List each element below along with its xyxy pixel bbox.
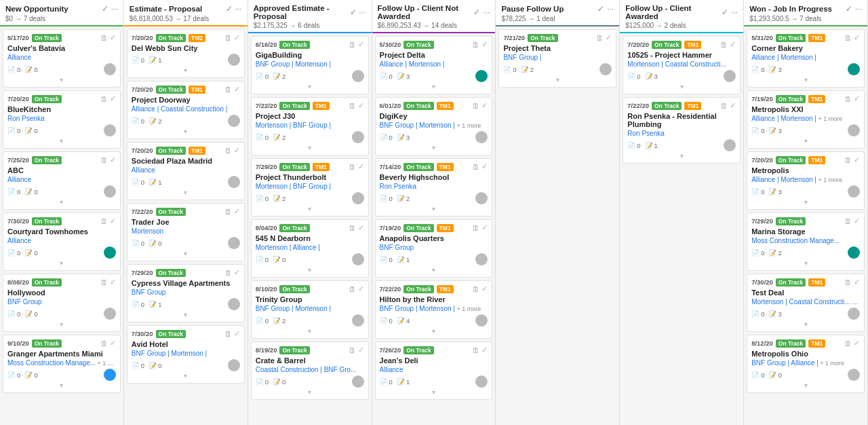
calendar-icon[interactable]: 🗓 (844, 34, 852, 42)
card-expand[interactable]: ▾ (751, 198, 860, 206)
checkbox-icon[interactable]: ✓ (358, 284, 364, 293)
card-expand[interactable]: ▾ (256, 143, 364, 151)
card-companies[interactable]: Alliance | Mortenson | + 1 more (751, 115, 860, 122)
calendar-icon[interactable]: 🗓 (349, 102, 356, 110)
card-expand[interactable]: ▾ (256, 327, 364, 335)
card[interactable]: 6/16/20On Track🗓✓GigaBuildingBNF Group |… (251, 36, 369, 94)
card-expand[interactable]: ▾ (7, 198, 116, 206)
checkbox-icon[interactable]: ✓ (854, 94, 860, 103)
card-companies[interactable]: Alliance (7, 54, 116, 61)
card[interactable]: 7/21/20On Track🗓✓Project ThetaBNF Group … (498, 29, 616, 88)
card-companies[interactable]: Alliance (7, 237, 116, 244)
column-more-icon[interactable]: ··· (235, 4, 242, 14)
checkbox-icon[interactable]: ✓ (854, 155, 860, 164)
card-expand[interactable]: ▾ (132, 310, 240, 318)
card-companies[interactable]: Mortenson | BNF Group | (256, 183, 364, 190)
column-check-icon[interactable]: ✓ (722, 7, 728, 17)
card-companies[interactable]: Alliance | Coastal Construction | (132, 105, 240, 113)
calendar-icon[interactable]: 🗓 (596, 34, 604, 42)
card[interactable]: 5/17/20On Track🗓✓Culver's BataviaAllianc… (3, 29, 121, 88)
checkbox-icon[interactable]: ✓ (234, 33, 240, 42)
calendar-icon[interactable]: 🗓 (224, 330, 232, 338)
card[interactable]: 7/29/20On TrackTM1🗓✓Project ThunderboltM… (251, 158, 369, 217)
card-companies[interactable]: Moss Construction Manage... + 1 more (7, 359, 116, 367)
checkbox-icon[interactable]: ✓ (358, 346, 364, 354)
card-companies[interactable]: BNF Group | Mortenson | + 1 more (380, 122, 488, 129)
card-companies[interactable]: Mortenson | Alliance | (256, 244, 364, 251)
column-more-icon[interactable]: ··· (855, 4, 862, 14)
checkbox-icon[interactable]: ✓ (110, 33, 116, 42)
checkbox-icon[interactable]: ✓ (358, 101, 364, 110)
checkbox-icon[interactable]: ✓ (234, 85, 240, 94)
card-companies[interactable]: BNF Group (380, 244, 488, 251)
card-expand[interactable]: ▾ (751, 75, 860, 84)
card-companies-more[interactable]: + 1 more (455, 306, 481, 312)
card-expand[interactable]: ▾ (751, 136, 860, 145)
card-expand[interactable]: ▾ (627, 82, 736, 90)
calendar-icon[interactable]: 🗓 (720, 102, 728, 110)
card-companies[interactable]: BNF Group | Mortenson | (256, 305, 364, 312)
card[interactable]: 5/30/20On Track🗓✓Project DeltaAlliance |… (375, 36, 493, 94)
card-expand[interactable]: ▾ (380, 327, 488, 335)
card-expand[interactable]: ▾ (256, 265, 364, 274)
card-expand[interactable]: ▾ (7, 136, 116, 145)
card-companies-more[interactable]: + 1 more (455, 122, 481, 129)
column-check-icon[interactable]: ✓ (350, 7, 357, 17)
calendar-icon[interactable]: 🗓 (349, 346, 356, 354)
checkbox-icon[interactable]: ✓ (481, 346, 488, 354)
card[interactable]: 7/20/20On TrackTM2🗓✓Del Webb Sun City📄 0… (127, 29, 245, 78)
checkbox-icon[interactable]: ✓ (481, 162, 488, 171)
calendar-icon[interactable]: 🗓 (224, 34, 232, 42)
card-companies[interactable]: Mortenson | BNF Group | (256, 122, 364, 129)
card-expand[interactable]: ▾ (132, 66, 240, 74)
card-companies[interactable]: Ron Psenka (627, 130, 736, 137)
card-companies[interactable]: BNF Group (7, 298, 116, 306)
calendar-icon[interactable]: 🗓 (224, 208, 232, 216)
card-expand[interactable]: ▾ (132, 127, 240, 135)
card-companies[interactable]: Alliance | Mortenson | + 1 more (751, 176, 860, 183)
card[interactable]: 7/14/20On TrackTM1🗓✓Beverly HighschoolRo… (375, 158, 493, 217)
card-companies[interactable]: Ron Psenka (7, 115, 116, 122)
checkbox-icon[interactable]: ✓ (110, 278, 116, 287)
calendar-icon[interactable]: 🗓 (472, 41, 479, 49)
card-expand[interactable]: ▾ (751, 320, 860, 328)
card-companies[interactable]: Alliance | Mortenson | (380, 60, 488, 68)
card[interactable]: 8/04/20On Track🗓✓545 N DearbornMortenson… (251, 219, 369, 278)
checkbox-icon[interactable]: ✓ (854, 339, 860, 348)
card-expand[interactable]: ▾ (380, 82, 488, 90)
checkbox-icon[interactable]: ✓ (110, 339, 116, 348)
card-companies[interactable]: Ron Psenka (380, 183, 488, 190)
checkbox-icon[interactable]: ✓ (110, 94, 116, 103)
card-companies[interactable]: Mortenson | Coastal Constructi... + 1 mo… (751, 298, 860, 306)
calendar-icon[interactable]: 🗓 (844, 156, 852, 164)
checkbox-icon[interactable]: ✓ (234, 207, 240, 216)
calendar-icon[interactable]: 🗓 (224, 147, 232, 155)
card[interactable]: 8/08/20On Track🗓✓HollywoodBNF Group📄 0📝 … (3, 274, 121, 332)
card-companies[interactable]: Alliance | Mortenson | (751, 54, 860, 61)
card[interactable]: 7/25/20On Track🗓✓ABCAlliance📄 0📝 0▾ (3, 151, 121, 210)
calendar-icon[interactable]: 🗓 (224, 86, 232, 94)
calendar-icon[interactable]: 🗓 (472, 102, 479, 110)
calendar-icon[interactable]: 🗓 (844, 278, 852, 287)
calendar-icon[interactable]: 🗓 (472, 163, 479, 171)
card-companies[interactable]: Alliance (7, 176, 116, 183)
checkbox-icon[interactable]: ✓ (854, 217, 860, 225)
column-more-icon[interactable]: ··· (359, 7, 366, 17)
column-check-icon[interactable]: ✓ (473, 7, 480, 17)
card-expand[interactable]: ▾ (256, 82, 364, 90)
checkbox-icon[interactable]: ✓ (234, 268, 240, 277)
card-expand[interactable]: ▾ (751, 381, 860, 389)
calendar-icon[interactable]: 🗓 (720, 41, 728, 49)
calendar-icon[interactable]: 🗓 (472, 346, 479, 354)
card[interactable]: 7/20/20On Track🗓✓BlueKitchenRon Psenka📄 … (3, 90, 121, 149)
card-expand[interactable]: ▾ (7, 320, 116, 328)
card[interactable]: 5/31/20On TrackTM1🗓✓Corner BakeryAllianc… (747, 29, 865, 88)
card-companies[interactable]: BNF Group | Mortenson | (132, 350, 240, 357)
card-expand[interactable]: ▾ (380, 143, 488, 151)
card-expand[interactable]: ▾ (256, 388, 364, 396)
card-expand[interactable]: ▾ (7, 75, 116, 84)
card[interactable]: 7/20/20On TrackTM1🗓✓10525 - Project Hamm… (623, 36, 741, 94)
card[interactable]: 7/19/20On TrackTM1🗓✓Metropolis XXIAllian… (747, 90, 865, 149)
card-expand[interactable]: ▾ (627, 151, 736, 160)
card[interactable]: 7/22/20On Track🗓✓Trader JoeMortenson📄 0📝… (127, 203, 245, 261)
